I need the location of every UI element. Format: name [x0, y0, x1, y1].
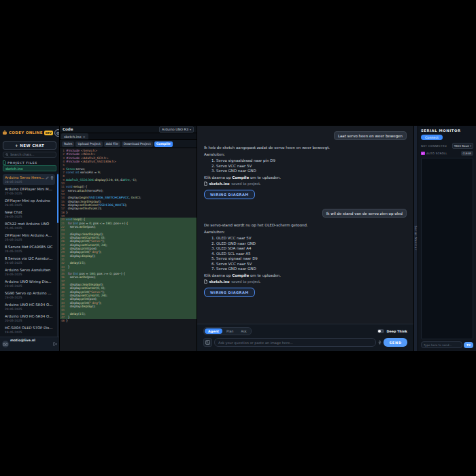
code-text: } — [66, 265, 70, 269]
wiring-step: Servo signaal naar D9 — [216, 256, 407, 260]
search-chats-box[interactable] — [3, 152, 56, 158]
code-text: servo.attach(servoPin); — [66, 189, 103, 192]
chat-item-date: 23-05-2025 — [5, 273, 53, 276]
code-text: } — [66, 211, 68, 214]
wiring-diagram-button[interactable]: WIRING DIAGRAM — [204, 288, 255, 297]
file-icon — [204, 182, 207, 186]
wiring-step: OLED VCC naar 5V — [216, 236, 407, 240]
chevron-down-icon: ▾ — [190, 128, 191, 131]
wiring-diagram-button[interactable]: WIRING DIAGRAM — [204, 190, 255, 199]
serial-monitor-title: SERIAL MONITOR — [421, 129, 473, 133]
chat-list-item[interactable]: 8 Servos via I2C Aansturen24-05-2025 — [3, 255, 55, 266]
microphone-icon[interactable] — [378, 340, 381, 345]
saved-file-name: sketch.ino — [209, 182, 230, 186]
settings-button[interactable]: ⚙ — [54, 129, 60, 137]
chat-item-title: Arduino Servo Aansluiten — [5, 268, 53, 272]
chat-item-date: 20-05-2025 — [5, 307, 53, 311]
saved-file-chip: sketch.ino saved to project. — [204, 182, 407, 186]
chat-item-date: 26-05-2025 — [5, 215, 53, 218]
chat-list-item[interactable]: HC-SR04 OLED STOP Display19-05-2025 — [3, 324, 55, 335]
chat-list-item[interactable]: DFPlayer Mini op Arduino26-05-2025 — [3, 197, 55, 208]
wiring-step: Servo VCC naar 5V — [216, 262, 407, 266]
clear-button[interactable]: CLEAR — [461, 151, 473, 156]
scrollbar-thumb[interactable] — [57, 174, 58, 223]
chat-item-title: DFPlayer Mini op Arduino — [5, 199, 53, 203]
auto-scroll-checkbox[interactable]: ✓ — [421, 152, 425, 156]
compile-note: Klik daarna op Compile om te uploaden. — [204, 175, 407, 180]
tab-sketch-ino[interactable]: sketch.ino × — [61, 133, 88, 139]
editor-tab-bar: sketch.ino × — [60, 133, 197, 140]
delete-icon[interactable] — [50, 176, 54, 180]
saved-file-note: saved to project. — [231, 279, 261, 284]
sidebar-header: CODEY ONLINE DEV ⚙ — [0, 126, 59, 139]
chat-item-title: Arduino DFPlayer Mini MP3 — [5, 187, 53, 191]
project-file-sketch-ino[interactable]: sketch.ino — [3, 165, 56, 171]
send-button[interactable]: SEND — [384, 338, 407, 347]
chat-list-item[interactable]: Arduino DFPlayer Mini MP327-05-2025 — [3, 186, 55, 197]
brand-title: CODEY ONLINE — [9, 131, 43, 135]
chat-list-item[interactable]: Arduino UNO HC-SR04 OLED20-05-2025 — [3, 301, 55, 312]
code-text: servo.write(pos); — [66, 225, 96, 228]
chat-item-title: Arduino UNO Wiring Diagram — [5, 279, 53, 284]
code-text: const int servoPin = 9; — [66, 171, 101, 174]
upload-project-button[interactable]: Upload Project — [75, 141, 102, 147]
chat-messages: Laat servo heen en weer bewegenIk heb de… — [197, 126, 413, 324]
board-select[interactable]: Arduino UNO R3 ▾ — [159, 126, 194, 133]
chevron-down-icon: ▾ — [470, 144, 471, 148]
chat-list-item[interactable]: DFPlayer Mini Arduino Aansluiten25-05-20… — [3, 232, 55, 243]
logout-button[interactable] — [53, 342, 57, 346]
compile-button[interactable]: Compile — [154, 141, 173, 147]
chat-item-date: 27-05-2025 — [5, 192, 53, 195]
saved-file-name: sketch.ino — [209, 279, 230, 284]
baud-rate-select[interactable]: 9600 Baud ▾ — [452, 143, 473, 149]
code-editor[interactable]: 1#include <Servo.h>2#include <Wire.h>3#i… — [60, 148, 197, 351]
add-file-button[interactable]: Add File — [104, 141, 120, 147]
search-chats-input[interactable] — [10, 153, 54, 156]
new-chat-button[interactable]: + NEW CHAT — [3, 141, 56, 150]
user-message: Ik wil de stand van de servo zien op ole… — [204, 209, 407, 218]
user-footer: motio@live.nl PRO MEMBER — [0, 337, 59, 351]
chat-list-item[interactable]: 8 Servos Met PCA9685 I2C24-05-2025 — [3, 243, 55, 254]
edit-icon[interactable] — [46, 176, 49, 180]
deep-think-control: Deep Think — [377, 329, 407, 333]
code-panel-header: Code Arduino UNO R3 ▾ — [60, 126, 197, 133]
search-icon — [5, 153, 9, 156]
chat-item-actions — [46, 176, 54, 180]
compile-note: Klik daarna op Compile om te uploaden. — [204, 273, 407, 277]
chat-list-item[interactable]: Arduino UNO HC-SR04 OLED Se...20-05-2025 — [3, 313, 55, 324]
chat-item-title: DFPlayer Mini Arduino Aansluiten — [5, 233, 53, 237]
mode-ask[interactable]: Ask — [237, 328, 250, 334]
attach-image-button[interactable] — [203, 338, 212, 347]
wiring-step: Servo signaaldraad naar pin D9 — [216, 158, 407, 163]
deep-think-toggle[interactable] — [377, 329, 384, 333]
project-files-header: PROJECT FILES — [3, 160, 56, 165]
chat-item-title: SG90 Servo op Arduino UNO — [5, 291, 53, 295]
serial-output — [421, 158, 473, 339]
chat-list-item[interactable]: Arduino UNO Wiring Diagram23-05-2025 — [3, 278, 55, 289]
saved-file-chip: sketch.ino saved to project. — [204, 279, 407, 284]
assistant-message: De servo-stand wordt nu op het OLED-sche… — [204, 223, 407, 304]
serial-input[interactable] — [421, 341, 462, 348]
chat-input[interactable] — [214, 338, 376, 347]
mode-agent[interactable]: Agent — [205, 328, 222, 334]
code-text: Adafruit_SSD1306 display(128, 64, &Wire,… — [66, 178, 137, 182]
close-icon[interactable]: × — [82, 135, 85, 139]
chat-list-item[interactable]: RC522 met Arduino UNO25-05-2025 — [3, 220, 55, 231]
chat-item-title: HC-SR04 OLED STOP Display — [5, 326, 53, 330]
assistant-paragraph: De servo-stand wordt nu op het OLED-sche… — [204, 223, 407, 227]
chat-item-date: 23-05-2025 — [5, 284, 53, 288]
image-icon — [205, 340, 210, 345]
chat-list-item[interactable]: Arduino Servo Aansluiten23-05-2025 — [3, 267, 55, 277]
chat-list-item[interactable]: New Chat26-05-2025 — [3, 209, 55, 220]
connect-button[interactable]: Connect — [421, 135, 443, 140]
tx-button[interactable]: TX — [464, 342, 473, 348]
rules-button[interactable]: Rules — [62, 141, 74, 147]
mode-switcher: Agent Plan Ask — [203, 327, 252, 335]
chat-list-item[interactable]: SG90 Servo op Arduino UNO23-05-2025 — [3, 290, 55, 301]
logout-icon — [53, 342, 57, 346]
download-project-button[interactable]: Download Project — [122, 141, 153, 147]
chat-list-item[interactable]: Arduino Servo Heen En Weer28-05-2025 — [3, 174, 55, 185]
mode-plan[interactable]: Plan — [223, 328, 237, 334]
serial-monitor-collapse-handle[interactable]: Serial Monitor — [413, 126, 418, 351]
saved-file-note: saved to project. — [231, 182, 261, 186]
